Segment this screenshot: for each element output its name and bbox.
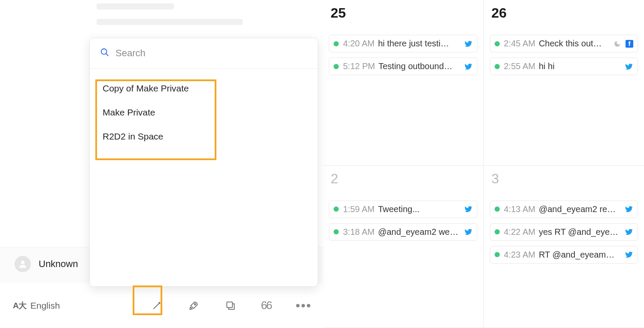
twitter-icon (464, 62, 473, 71)
day-number: 2 (329, 171, 477, 187)
event-time: 1:59 AM (343, 204, 374, 214)
facebook-icon: f (626, 40, 633, 48)
event-text: yes RT @and_eye… (539, 227, 620, 237)
twitter-icon (464, 205, 473, 213)
calendar-column: 254:20 AMhi there just testi…5:12 PMTest… (323, 0, 483, 328)
status-dot (495, 207, 500, 212)
event-icons (462, 228, 473, 236)
event-time: 4:13 AM (504, 204, 535, 214)
status-dot (495, 64, 500, 69)
status-dot (334, 64, 339, 69)
event-icons (462, 205, 473, 213)
event-icons (622, 228, 633, 236)
magic-wand-button[interactable] (150, 299, 163, 312)
status-dot (495, 229, 500, 234)
svg-point-1 (194, 304, 195, 305)
moon-icon (614, 40, 621, 48)
twitter-icon (464, 39, 473, 48)
event-text: hi hi (539, 61, 620, 71)
avatar (15, 256, 31, 272)
calendar-event[interactable]: 2:45 AMCheck this out…f (490, 35, 638, 52)
status-dot (495, 252, 500, 257)
twitter-icon (625, 250, 633, 259)
calendar-event[interactable]: 4:23 AMRT @and_eyeam… (490, 246, 638, 264)
event-text: Testing outbound… (378, 61, 459, 71)
quote-icon: 66 (261, 299, 272, 312)
twitter-icon (625, 228, 633, 236)
calendar-day[interactable]: 254:20 AMhi there just testi…5:12 PMTest… (323, 0, 483, 166)
calendar-event[interactable]: 1:59 AMTweeting... (329, 200, 477, 218)
status-dot (334, 41, 339, 46)
event-time: 5:12 PM (343, 61, 375, 71)
event-icons (622, 250, 633, 259)
event-text: RT @and_eyeam… (539, 250, 620, 260)
user-name: Unknown (39, 258, 78, 270)
calendar-event[interactable]: 4:13 AM@and_eyeam2 re… (490, 200, 638, 218)
event-icons (462, 62, 473, 71)
svg-point-3 (101, 49, 107, 55)
event-text: Check this out… (539, 39, 608, 49)
left-panel: Unknown A大 English 66 ••• (0, 0, 323, 328)
calendar-event[interactable]: 2:55 AMhi hi (490, 58, 638, 75)
quote-button[interactable]: 66 (261, 299, 272, 312)
day-number: 25 (329, 5, 477, 21)
event-icons (622, 62, 633, 71)
search-icon (100, 48, 109, 59)
status-dot (495, 41, 500, 46)
event-time: 4:23 AM (504, 250, 535, 260)
calendar-day[interactable]: 21:59 AMTweeting...3:18 AM@and_eyeam2 we… (323, 166, 483, 328)
calendar-day[interactable]: 34:13 AM@and_eyeam2 re…4:22 AMyes RT @an… (484, 166, 644, 328)
popup-list: Copy of Make Private Make Private R2D2 i… (90, 69, 318, 156)
event-time: 2:45 AM (504, 39, 535, 49)
event-text: Tweeting... (378, 204, 459, 214)
calendar-event[interactable]: 5:12 PMTesting outbound… (329, 58, 477, 75)
calendar-event[interactable]: 4:20 AMhi there just testi… (329, 35, 477, 52)
template-option[interactable]: R2D2 in Space (103, 125, 305, 149)
calendar-day[interactable]: 262:45 AMCheck this out…f2:55 AMhi hi (484, 0, 644, 166)
language-selector[interactable]: A大 English (13, 300, 60, 311)
rocket-button[interactable] (187, 299, 200, 312)
calendar-event[interactable]: 4:22 AMyes RT @and_eye… (490, 223, 638, 241)
event-icons: f (611, 40, 633, 48)
placeholder-line (97, 3, 174, 9)
svg-point-0 (21, 261, 24, 264)
language-icon: A大 (13, 300, 26, 311)
event-text: @and_eyeam2 we… (378, 227, 459, 237)
duplicate-button[interactable] (224, 299, 237, 312)
event-time: 4:22 AM (504, 227, 535, 237)
event-text: @and_eyeam2 re… (539, 204, 620, 214)
event-icons (462, 39, 473, 48)
svg-rect-2 (227, 302, 232, 307)
calendar: 254:20 AMhi there just testi…5:12 PMTest… (323, 0, 644, 328)
calendar-column: 262:45 AMCheck this out…f2:55 AMhi hi34:… (483, 0, 644, 328)
status-dot (334, 207, 339, 212)
day-number: 3 (490, 171, 638, 187)
search-input[interactable] (115, 48, 307, 59)
twitter-icon (625, 62, 633, 71)
placeholder-line (97, 19, 243, 25)
twitter-icon (464, 228, 473, 236)
event-time: 3:18 AM (343, 227, 374, 237)
toolbar: A大 English 66 ••• (0, 282, 323, 328)
popup-search-row (90, 38, 318, 69)
template-option[interactable]: Make Private (103, 100, 305, 125)
twitter-icon (625, 205, 633, 213)
event-time: 4:20 AM (343, 39, 374, 49)
template-popup: Copy of Make Private Make Private R2D2 i… (89, 38, 318, 287)
day-number: 26 (490, 5, 638, 21)
event-time: 2:55 AM (504, 61, 535, 71)
event-text: hi there just testi… (378, 39, 459, 49)
event-icons (622, 205, 633, 213)
template-option[interactable]: Copy of Make Private (103, 76, 305, 100)
status-dot (334, 229, 339, 234)
language-label: English (30, 301, 60, 311)
calendar-event[interactable]: 3:18 AM@and_eyeam2 we… (329, 223, 477, 241)
